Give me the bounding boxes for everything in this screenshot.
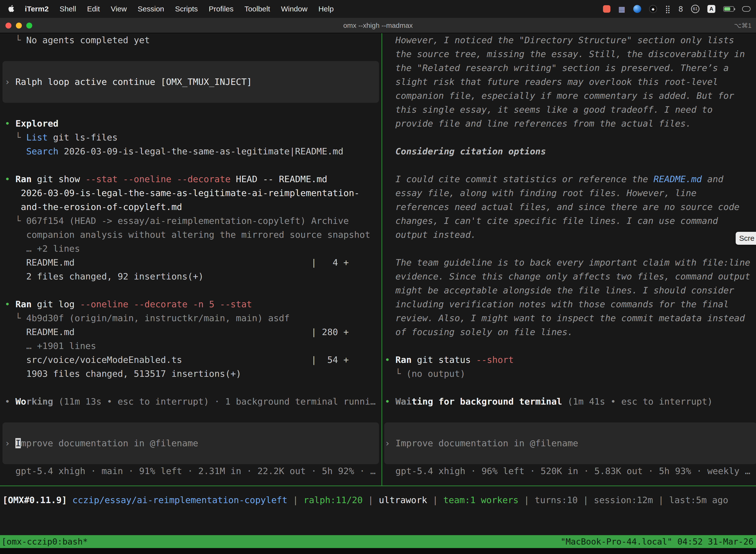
pane-divider-horizontal[interactable]	[0, 486, 756, 486]
text-segment: git log	[32, 299, 80, 309]
omx-status-line: [OMX#0.11.9] cczip/essay/ai-reimplementa…	[2, 493, 728, 507]
text-segment	[5, 271, 26, 281]
reasoning-line: provide file and line references from th…	[385, 117, 756, 130]
text-segment: •	[5, 174, 15, 184]
text-segment	[5, 146, 26, 156]
commit-output-line: └ 067f154 (HEAD -> essay/ai-reimplementa…	[5, 214, 381, 228]
text-segment: … +2 lines	[26, 243, 80, 254]
terminal-pane-left[interactable]: └ No agents completed yet› Ralph loop ac…	[0, 33, 381, 486]
text-segment: |	[288, 495, 304, 505]
elided-lines-note: … +1901 lines	[5, 339, 381, 353]
text-segment: •	[5, 118, 15, 128]
text-segment: | 54 +	[311, 353, 349, 367]
reasoning-line: However, I noticed the "Directory Struct…	[385, 33, 756, 47]
text-segment: 067f154 (HEAD -> essay/ai-reimplementati…	[26, 216, 349, 226]
text-segment: ting for background terminal	[412, 396, 562, 406]
text-segment: Considering citation options	[385, 146, 546, 156]
dots-grid-icon[interactable]: ⣿	[665, 5, 671, 13]
menu-bar-menus: iTerm2ShellEditViewSessionScriptsProfile…	[0, 0, 339, 18]
menu-profiles[interactable]: Profiles	[203, 5, 239, 13]
browser-icon[interactable]	[633, 5, 641, 13]
text-segment: 2 files changed, 92 insertions(+)	[26, 271, 204, 281]
text-segment: … +1901 lines	[26, 341, 96, 351]
diffstat-summary-line: 2 files changed, 92 insertions(+)	[5, 270, 381, 283]
text-segment: git show	[32, 174, 85, 184]
menu-session[interactable]: Session	[132, 5, 170, 13]
text-segment: I could cite commit statistics or refere…	[385, 174, 653, 184]
text-segment	[385, 466, 395, 476]
menu-view[interactable]: View	[106, 5, 132, 13]
text-segment: might be acceptable alongside the file l…	[385, 285, 734, 295]
text-segment: Explored	[15, 118, 58, 128]
apple-menu[interactable]	[0, 5, 19, 13]
diffstat-summary-line: 1903 files changed, 513517 insertions(+)	[5, 367, 381, 381]
reasoning-line: the "Related research writing" section i…	[385, 61, 756, 75]
text-segment: last:5m ago	[669, 495, 728, 505]
battery-icon[interactable]	[723, 6, 734, 12]
text-segment: I	[15, 438, 21, 448]
window-title-bar[interactable]: omx --xhigh --madmax ⌥⌘1	[0, 18, 756, 33]
text-segment: (11m 13s • esc to interrupt) · 1 backgro…	[53, 396, 376, 406]
text-segment: └	[5, 132, 26, 143]
text-segment: └	[5, 313, 26, 323]
menu-window[interactable]: Window	[275, 5, 313, 13]
text-segment: slight risk that future readers may over…	[385, 77, 718, 87]
text-segment: •	[385, 396, 395, 406]
diffstat-line: README.md| 4 +	[5, 256, 381, 270]
window-title: omx --xhigh --madmax	[0, 18, 756, 33]
diamond-app-icon[interactable]: ◆	[649, 5, 657, 13]
window-grid-icon[interactable]: ▦	[618, 5, 625, 13]
text-segment: |	[363, 495, 379, 505]
command-wrap-line: 2026-03-09-is-legal-the-same-as-legitima…	[5, 186, 381, 200]
menu-scripts[interactable]: Scripts	[170, 5, 203, 13]
waiting-status-line: • Waiting for background terminal (1m 41…	[385, 395, 756, 408]
text-segment: └	[5, 35, 26, 45]
text-segment: ralph:11/20	[304, 495, 363, 505]
menu-help[interactable]: Help	[313, 5, 339, 13]
text-segment: and	[702, 174, 723, 184]
text-segment: List	[26, 132, 48, 143]
text-segment: └	[385, 369, 406, 379]
terminal-pane-right[interactable]: However, I noticed the "Directory Struct…	[382, 33, 756, 486]
text-segment: and-the-erosion-of-copyleft.md	[21, 202, 182, 212]
explored-header-line: • Explored	[5, 117, 381, 130]
text-segment	[5, 369, 26, 379]
text-segment: (1m 41s • esc to interrupt)	[562, 396, 712, 406]
text-segment: ultrawork	[379, 495, 427, 505]
text-segment: review. Also, I might want to inspect th…	[385, 313, 745, 323]
text-segment: companion analysis without altering the …	[26, 230, 370, 240]
reasoning-line: slight risk that future readers may over…	[385, 75, 756, 89]
menu-shell[interactable]: Shell	[54, 5, 82, 13]
screen-recording-indicator-icon[interactable]	[603, 5, 611, 13]
text-segment: git ls-files	[48, 132, 118, 143]
menu-toolbelt[interactable]: Toolbelt	[239, 5, 275, 13]
menu-edit[interactable]: Edit	[82, 5, 106, 13]
battery-percent-icon[interactable]: 61	[691, 5, 699, 13]
reasoning-line: essay file, along with finding root file…	[385, 186, 756, 200]
tmux-status-bar: [omx-cczip0:bash* "MacBook-Pro-44.local"…	[0, 535, 756, 548]
text-segment: HEAD -- README.md	[231, 174, 327, 184]
omx-status-pane: [OMX#0.11.9] cczip/essay/ai-reimplementa…	[0, 493, 756, 510]
text-segment: Wo	[15, 396, 26, 406]
text-segment: 1903 files changed, 513517 insertions(+)	[26, 369, 241, 379]
commit-output-line: companion analysis without altering the …	[5, 228, 381, 242]
text-segment: Ran	[15, 299, 32, 309]
ran-git-status-line: • Ran git status --short	[385, 353, 756, 367]
text-segment: ›	[5, 77, 15, 87]
reasoning-heading-line: Considering citation options	[385, 145, 756, 158]
input-source-icon[interactable]: A	[707, 5, 715, 13]
figure-eight-icon[interactable]: 8	[678, 5, 683, 13]
text-segment: | 280 +	[311, 325, 349, 339]
pane-divider-vertical[interactable]	[381, 33, 382, 486]
text-segment: [OMX#0.11.9]	[2, 495, 72, 505]
window-shortcut: ⌥⌘1	[734, 18, 752, 33]
text-segment: git status	[412, 355, 476, 365]
text-segment: essay file, along with finding root file…	[385, 188, 696, 198]
menu-iterm2[interactable]: iTerm2	[19, 5, 54, 13]
text-segment: Search	[26, 146, 59, 156]
text-segment: --short	[476, 355, 514, 365]
text-segment	[5, 230, 26, 240]
elided-lines-note: … +2 lines	[5, 242, 381, 256]
reasoning-line: the source tree, missing the essay. Stil…	[385, 47, 756, 61]
control-center-icon[interactable]	[742, 6, 751, 12]
